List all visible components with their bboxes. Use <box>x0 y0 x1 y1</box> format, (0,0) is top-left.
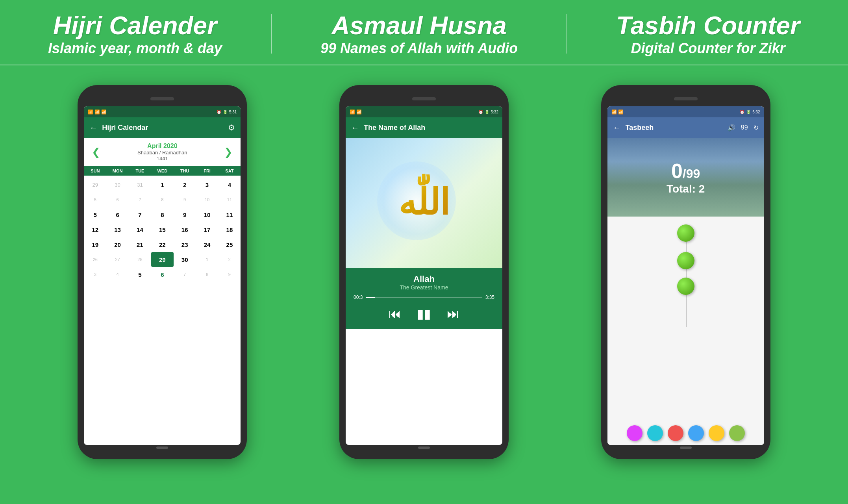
color-bead-2[interactable] <box>668 425 683 441</box>
cal-cell: 26 <box>84 252 106 267</box>
cal-cell[interactable]: 17 <box>196 222 218 237</box>
player-pause-button[interactable]: ▮▮ <box>417 306 431 321</box>
calendar-header: ❮ April 2020 Shaaban / Ramadhan 1441 ❯ <box>84 138 241 166</box>
header-divider-1 <box>271 14 272 54</box>
cal-cell[interactable]: 7 <box>129 207 151 222</box>
cal-cell[interactable]: 23 <box>174 237 196 252</box>
cal-cell[interactable]: 4 <box>218 177 241 192</box>
calendar-hijri: Shaaban / Ramadhan 1441 <box>137 150 187 161</box>
color-bead-0[interactable] <box>627 425 642 441</box>
calendar-prev-button[interactable]: ❮ <box>92 146 100 158</box>
cal-cell[interactable]: 24 <box>196 237 218 252</box>
cal-cell[interactable]: 11 <box>218 207 241 222</box>
cal-cell[interactable]: 15 <box>151 222 174 237</box>
cal-cell[interactable]: 6 <box>106 207 129 222</box>
cal-cell-today[interactable]: 6 <box>151 267 174 282</box>
cal-cell[interactable]: 16 <box>174 222 196 237</box>
weekday-wed: WED <box>151 169 174 173</box>
refresh-icon[interactable]: ↻ <box>754 124 759 132</box>
player-area: Allah The Greatest Name 00:3 3:35 ⏮ ▮▮ ⏭ <box>346 268 502 329</box>
cal-cell[interactable]: 1 <box>151 177 174 192</box>
phone2-speaker <box>412 97 436 100</box>
phone3-appbar: ← Tasbeeh 🔊 99 ↻ <box>607 117 764 138</box>
player-time-current: 00:3 <box>354 295 363 300</box>
player-progress-row: 00:3 3:35 <box>354 295 494 300</box>
cal-cell[interactable]: 5 <box>84 207 106 222</box>
cal-cell: 3 <box>84 267 106 282</box>
cal-cell[interactable]: 31 <box>129 177 151 192</box>
phone2-status-left: 📶 📶 <box>350 109 362 115</box>
cal-cell: 10 <box>196 192 218 207</box>
cal-cell[interactable]: 25 <box>218 237 241 252</box>
cal-cell: 7 <box>129 192 151 207</box>
player-next-button[interactable]: ⏭ <box>447 307 459 321</box>
cal-cell: 6 <box>106 192 129 207</box>
cal-cell[interactable]: 8 <box>151 207 174 222</box>
player-progress-bar[interactable] <box>366 297 482 298</box>
cal-cell[interactable]: 12 <box>84 222 106 237</box>
color-bead-4[interactable] <box>709 425 724 441</box>
weekday-fri: FRI <box>196 169 218 173</box>
cal-cell[interactable]: 21 <box>129 237 151 252</box>
signal-icon: 📶 📶 📶 <box>88 109 107 115</box>
tasbih-bead-2 <box>677 278 694 295</box>
cal-cell[interactable]: 20 <box>106 237 129 252</box>
clock-icon: ⏰ <box>478 110 483 114</box>
phone3-back-button[interactable]: ← <box>613 123 621 132</box>
cal-cell[interactable]: 3 <box>196 177 218 192</box>
cal-cell: 8 <box>151 192 174 207</box>
phone2-back-button[interactable]: ← <box>351 123 359 132</box>
phone1-bottom <box>84 445 241 450</box>
cal-cell[interactable]: 5 <box>129 267 151 282</box>
cal-cell-selected[interactable]: 29 <box>151 252 174 267</box>
player-prev-button[interactable]: ⏮ <box>389 307 401 321</box>
phone2-time: 5:32 <box>491 110 498 114</box>
phone3-home-button[interactable] <box>680 447 692 449</box>
cal-cell: 1 <box>196 252 218 267</box>
tasbih-count-display: 0 /99 <box>671 159 700 183</box>
cal-cell[interactable]: 13 <box>106 222 129 237</box>
battery-icon: 🔋 <box>223 110 228 114</box>
tasbih-current-count: 0 <box>671 159 683 183</box>
color-bead-1[interactable] <box>647 425 663 441</box>
cal-cell[interactable]: 30 <box>174 252 196 267</box>
phone1-home-button[interactable] <box>156 447 168 449</box>
color-bead-5[interactable] <box>729 425 745 441</box>
header-title-asmaul: Asmaul Husna <box>320 11 518 40</box>
volume-icon[interactable]: 🔊 <box>728 124 735 132</box>
phone-tasbih-counter: 📶 📶 ⏰ 🔋 5:32 ← Tasbeeh 🔊 99 ↻ <box>601 85 770 459</box>
header-subtitle-tasbih: Digital Counter for Zikr <box>616 40 800 57</box>
tasbih-beads-area[interactable] <box>607 217 764 445</box>
cal-cell[interactable]: 2 <box>174 177 196 192</box>
cal-cell[interactable]: 18 <box>218 222 241 237</box>
cal-cell[interactable]: 19 <box>84 237 106 252</box>
signal-icon: 📶 📶 <box>611 109 624 115</box>
tasbih-color-selector <box>607 425 764 441</box>
battery-icon: 🔋 <box>746 110 751 114</box>
cal-cell: 9 <box>174 192 196 207</box>
phone1-settings-icon[interactable]: ⚙ <box>228 123 235 132</box>
player-song-subtitle: The Greatest Name <box>354 284 494 291</box>
phone3-appbar-title: Tasbeeh <box>626 124 723 132</box>
calendar-grid: 29 30 31 1 2 3 4 5 6 7 8 9 10 11 5 6 7 8 <box>84 176 241 284</box>
tasbih-counter-area[interactable]: 0 /99 Total: 2 <box>607 138 764 217</box>
cal-cell[interactable]: 30 <box>106 177 129 192</box>
cal-cell: 9 <box>218 267 241 282</box>
phone1-status-left: 📶 📶 📶 <box>88 109 107 115</box>
phone2-top-bar <box>346 93 502 105</box>
phone2-home-button[interactable] <box>418 447 430 449</box>
cal-cell[interactable]: 22 <box>151 237 174 252</box>
phone3-bottom <box>607 445 764 450</box>
cal-cell[interactable]: 29 <box>84 177 106 192</box>
battery-icon: 🔋 <box>485 110 489 114</box>
phone1-back-button[interactable]: ← <box>89 123 97 132</box>
phone-hijri-calendar: 📶 📶 📶 ⏰ 🔋 5:31 ← Hijri Calendar ⚙ ❮ Apri… <box>78 85 247 459</box>
phone2-status-right: ⏰ 🔋 5:32 <box>478 110 498 114</box>
cal-cell[interactable]: 9 <box>174 207 196 222</box>
cal-cell[interactable]: 14 <box>129 222 151 237</box>
clock-icon: ⏰ <box>740 110 744 114</box>
svg-text:اللّٰه: اللّٰه <box>398 174 450 222</box>
cal-cell[interactable]: 10 <box>196 207 218 222</box>
color-bead-3[interactable] <box>688 425 704 441</box>
calendar-next-button[interactable]: ❯ <box>224 146 233 158</box>
